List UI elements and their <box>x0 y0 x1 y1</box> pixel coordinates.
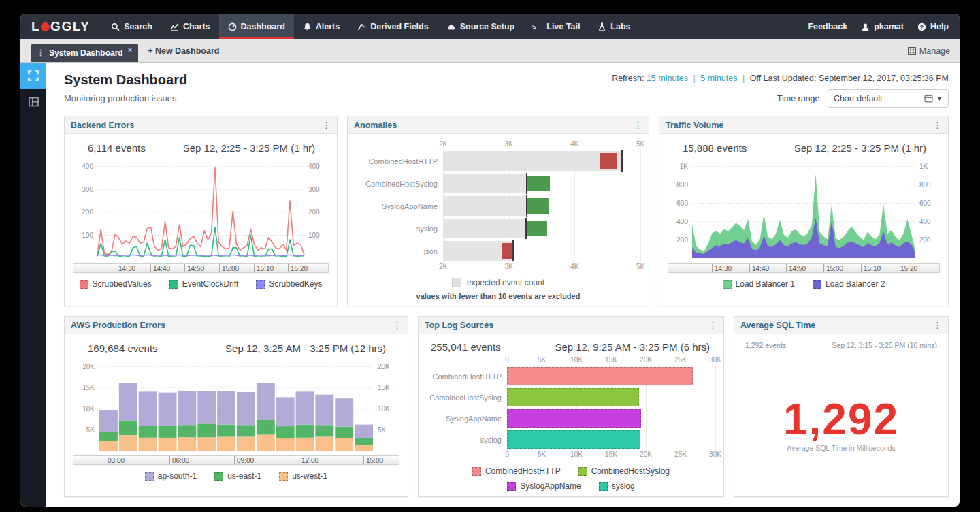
device-frame: LGGLY SearchChartsDashboardAlertsDerived… <box>0 0 980 512</box>
panel-menu-icon[interactable]: ⋮ <box>933 321 942 330</box>
panel-aws-production-errors: AWS Production Errors⋮ 169,684 eventsSep… <box>64 316 408 497</box>
legend-item: syslog <box>599 481 635 491</box>
tab-label: System Dashboard <box>49 48 123 58</box>
top-log-sources-chart[interactable]: CombinedHostHTTPCombinedHostSyslogSyslog… <box>427 355 715 491</box>
time-range: Sep 12, 3:15 - 3:25 PM (10 mins) <box>832 341 937 349</box>
chart-footnote: values with fewer than 10 events are exc… <box>356 292 640 300</box>
nav-item-charts[interactable]: Charts <box>161 14 219 39</box>
nav-item-dashboard[interactable]: Dashboard <box>219 14 294 39</box>
x-axis: 14:3014:4014:5015:0015:1015:20 <box>73 263 329 273</box>
anomaly-row[interactable] <box>443 217 640 240</box>
chart-legend: Load Balancer 1Load Balancer 2 <box>668 279 940 289</box>
calendar-icon <box>924 94 933 103</box>
svg-text:400: 400 <box>676 218 688 225</box>
panel-menu-icon[interactable]: ⋮ <box>933 121 942 129</box>
sidebar-expand-button[interactable] <box>20 63 46 89</box>
logo-text-pre: L <box>31 19 40 34</box>
main-content: System Dashboard Monitoring production i… <box>46 63 960 507</box>
average-sql-time-value[interactable]: 1,292Average SQL Time in Milliseconds <box>742 352 940 491</box>
loggly-logo[interactable]: LGGLY <box>20 14 102 39</box>
anomaly-row[interactable] <box>443 195 640 217</box>
time-range: Sep 12, 2:25 - 3:25 PM (1 hr) <box>183 142 315 154</box>
feedback-link[interactable]: Feedback <box>808 22 847 31</box>
panel-menu-icon[interactable]: ⋮ <box>322 121 331 129</box>
nav-item-live-tail[interactable]: >_Live Tail <box>523 14 589 39</box>
bar-row[interactable] <box>507 429 715 450</box>
tab-system-dashboard[interactable]: ⋮ System Dashboard × <box>31 44 138 62</box>
charts-icon <box>170 22 179 31</box>
nav-item-alerts[interactable]: Alerts <box>294 14 348 39</box>
tab-drag-handle-icon[interactable]: ⋮ <box>37 48 44 57</box>
svg-text:1K: 1K <box>919 163 928 170</box>
panel-title: Average SQL Time <box>740 321 815 330</box>
panel-title: Anomalies <box>354 121 397 130</box>
svg-text:600: 600 <box>919 199 931 207</box>
tab-close-icon[interactable]: × <box>128 46 132 54</box>
traffic-volume-chart[interactable]: 2002004004006006008008001K1K14:3014:4014… <box>668 158 940 289</box>
help-link[interactable]: ?Help <box>917 22 949 31</box>
aws-errors-chart[interactable]: 5K5K10K10K15K15K20K20K03:0006:0009:0012:… <box>73 358 399 481</box>
events-count: 255,041 events <box>431 341 501 353</box>
panel-average-sql-time: Average SQL Time⋮ 1,292 eventsSep 12, 3:… <box>734 316 949 497</box>
backend-errors-chart[interactable]: 10010020020030030040040014:3014:4014:501… <box>73 158 329 289</box>
nav-item-labs[interactable]: Labs <box>589 14 639 39</box>
events-count: 1,292 events <box>745 341 786 349</box>
logo-text-post: GGLY <box>50 19 90 34</box>
manage-button[interactable]: Manage <box>908 46 960 56</box>
row-label: CombinedHostHTTP <box>356 150 443 172</box>
panel-menu-icon[interactable]: ⋮ <box>708 321 717 330</box>
svg-text:400: 400 <box>919 218 931 225</box>
svg-text:300: 300 <box>82 186 93 193</box>
panel-menu-icon[interactable]: ⋮ <box>634 121 642 129</box>
page-title: System Dashboard <box>64 72 187 88</box>
panel-backend-errors: Backend Errors⋮ 6,114 eventsSep 12, 2:25… <box>64 116 338 306</box>
row-label: CombinedHostSyslog <box>427 387 507 408</box>
anomaly-row[interactable] <box>443 172 640 195</box>
page-subtitle: Monitoring production issues <box>64 93 187 103</box>
svg-text:5K: 5K <box>86 426 95 434</box>
bar-row[interactable] <box>507 387 715 408</box>
anomaly-row[interactable] <box>443 240 640 262</box>
anomalies-chart[interactable]: CombinedHostHTTPCombinedHostSyslogSyslog… <box>356 140 640 300</box>
alerts-icon <box>303 22 312 31</box>
refresh-5-link[interactable]: 5 minutes <box>700 74 737 83</box>
time-range-select[interactable]: Chart default ▼ <box>828 89 949 108</box>
dashboard-icon <box>228 22 237 31</box>
x-axis: 14:3014:4014:5015:0015:1015:20 <box>668 263 940 273</box>
legend-item: CombinedHostSyslog <box>578 466 670 476</box>
panel-traffic-volume: Traffic Volume⋮ 15,888 eventsSep 12, 2:2… <box>659 116 949 306</box>
bar-row[interactable] <box>507 408 715 429</box>
svg-text:15K: 15K <box>378 384 390 391</box>
bar-row[interactable] <box>507 366 715 387</box>
panel-menu-icon[interactable]: ⋮ <box>393 321 402 330</box>
sidebar-layout-button[interactable] <box>20 89 46 114</box>
svg-text:>_: >_ <box>532 22 541 31</box>
legend-item: Load Balancer 2 <box>813 279 885 289</box>
chart-legend: CombinedHostHTTPCombinedHostSyslogSyslog… <box>459 466 683 491</box>
nav-item-derived-fields[interactable]: Derived Fields <box>348 14 437 39</box>
legend-item: ScrubbedKeys <box>256 279 322 289</box>
panel-title: Top Log Sources <box>425 321 493 330</box>
row-label: json <box>356 240 443 262</box>
nav-right: Feedback pkamat ?Help <box>808 14 960 39</box>
caret-down-icon: ▼ <box>936 95 943 102</box>
refresh-15-link[interactable]: 15 minutes <box>647 74 688 83</box>
svg-text:5K: 5K <box>378 426 387 434</box>
panel-title: Traffic Volume <box>666 121 723 130</box>
new-dashboard-button[interactable]: + New Dashboard <box>148 46 219 56</box>
live-tail-icon: >_ <box>532 22 542 31</box>
user-menu[interactable]: pkamat <box>861 22 904 31</box>
nav-item-search[interactable]: Search <box>102 14 161 39</box>
labs-icon <box>598 22 606 31</box>
refresh-off[interactable]: Off <box>750 74 761 83</box>
x-axis: 05K10K15K20K25K30K <box>507 355 715 366</box>
svg-text:10K: 10K <box>378 405 390 413</box>
time-range: Sep 12, 9:25 AM - 3:25 PM (6 hrs) <box>555 341 710 353</box>
app-window: LGGLY SearchChartsDashboardAlertsDerived… <box>20 14 960 507</box>
help-icon: ? <box>917 22 926 31</box>
time-range: Sep 12, 3:25 AM - 3:25 PM (12 hrs) <box>225 342 386 354</box>
anomaly-row[interactable] <box>443 150 640 172</box>
svg-text:400: 400 <box>308 163 320 170</box>
derived-fields-icon <box>357 22 366 31</box>
nav-item-source-setup[interactable]: Source Setup <box>438 14 524 39</box>
